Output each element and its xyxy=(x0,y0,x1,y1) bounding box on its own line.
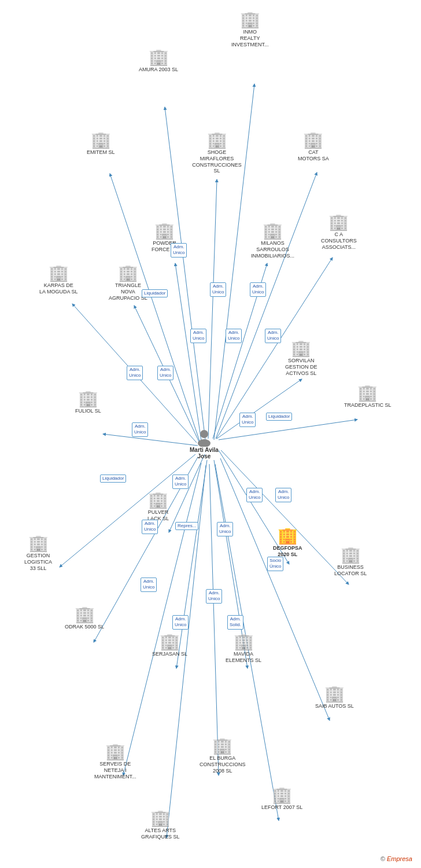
copyright: © Empresa xyxy=(381,855,412,862)
svg-point-26 xyxy=(198,439,211,447)
role-badge-adm5: Adm.Unico xyxy=(157,366,173,380)
node-label: C A CONSULTORS ASSOCIATS... xyxy=(321,231,357,250)
building-icon: 🏢 xyxy=(154,223,175,239)
node-business-locator[interactable]: 🏢 BUSINESS LOCATOR SL xyxy=(334,547,367,577)
building-icon: 🏢 xyxy=(341,547,361,563)
svg-line-22 xyxy=(209,464,219,775)
role-badge-adm14: Adm.Unico xyxy=(275,488,291,502)
role-badge-adm2: Adm.Unico xyxy=(210,282,226,297)
node-label: BUSINESS LOCATOR SL xyxy=(334,564,367,577)
building-icon: 🏢 xyxy=(291,340,311,356)
role-badge-adm12: Adm.Unico xyxy=(142,520,158,534)
node-sorvilan[interactable]: 🏢 SORVILAN GESTION DE ACTIVOS SL xyxy=(285,340,317,376)
node-label: CAT MOTORS SA xyxy=(298,149,329,162)
node-label: LEFORT 2007 SL xyxy=(261,804,302,811)
role-badge-liq1: Liquidador xyxy=(142,289,168,297)
building-icon: 🏢 xyxy=(303,132,323,148)
building-icon: 🏢 xyxy=(91,132,111,148)
node-lefort[interactable]: 🏢 LEFORT 2007 SL xyxy=(261,787,302,811)
node-gestion-logistica[interactable]: 🏢 GESTION LOGISTICA 33 SLL xyxy=(24,535,52,571)
center-person: Marti Avila Jose xyxy=(190,428,219,459)
svg-line-13 xyxy=(169,454,205,532)
role-badge-adm3: Adm.Unico xyxy=(250,282,266,297)
node-label: SERVEIS DE NETEJA I MANTENIMENT... xyxy=(94,761,136,779)
brand-name: Empresa xyxy=(387,855,412,862)
building-icon: 🏢 xyxy=(150,810,171,826)
role-badge-adm15: Adm.Unico xyxy=(217,522,233,536)
node-label: MILANOS SARROULOS INMOBILIARIOS... xyxy=(251,240,294,259)
role-badge-adm-solid: Adm.Solid. xyxy=(227,615,243,630)
role-badge-adm10: Adm.Unico xyxy=(132,422,148,437)
svg-line-2 xyxy=(110,174,200,441)
role-badge-adm16: Adm.Unico xyxy=(141,578,157,592)
svg-line-3 xyxy=(208,179,217,439)
building-icon: 🏢 xyxy=(28,535,49,551)
node-milanos[interactable]: 🏢 MILANOS SARROULOS INMOBILIARIOS... xyxy=(251,223,294,259)
node-label: EMITEM SL xyxy=(87,149,115,156)
node-inmo[interactable]: 🏢 INMO REALTY INVESTMENT... xyxy=(231,12,269,47)
node-odrak[interactable]: 🏢 ODRAK 5000 SL xyxy=(65,606,104,630)
person-icon xyxy=(195,428,213,447)
node-shoge[interactable]: 🏢 SHOGE MIRAFLORES CONSTRUCCIONES SL xyxy=(191,132,243,174)
node-label: EL BURGA CONSTRUCCIONS 2008 SL xyxy=(200,755,246,774)
node-label: ALTES ARTS GRAFIQUES SL xyxy=(141,827,180,840)
node-saib-autos[interactable]: 🏢 SAIB AUTOS SL xyxy=(315,686,354,709)
node-label: SORVILAN GESTION DE ACTIVOS SL xyxy=(285,358,317,376)
role-badge-adm11: Adm.Unico xyxy=(172,475,189,489)
role-badge-adm8: Adm.Unico xyxy=(265,329,281,343)
svg-line-16 xyxy=(221,450,349,584)
svg-line-14 xyxy=(60,454,195,567)
building-icon: 🏢 xyxy=(234,634,254,650)
node-serveis[interactable]: 🏢 SERVEIS DE NETEJA I MANTENIMENT... xyxy=(94,744,136,779)
node-serjasan[interactable]: 🏢 SERJASAN SL xyxy=(152,634,187,657)
building-icon: 🏢 xyxy=(240,12,260,28)
node-label: KARPAS DE LA MOGUDA SL xyxy=(39,282,78,295)
svg-line-4 xyxy=(216,172,317,439)
building-icon: 🏢 xyxy=(357,385,378,401)
role-badge-adm4: Adm.Unico xyxy=(127,366,143,380)
node-label: INMO REALTY INVESTMENT... xyxy=(231,29,269,47)
role-badge-adm17: Adm.Unico xyxy=(206,589,222,604)
node-amura[interactable]: 🏢 AMURA 2003 SL xyxy=(139,49,178,73)
node-label: ODRAK 5000 SL xyxy=(65,624,104,630)
node-label: MAVIDA ELEMENTS SL xyxy=(226,651,261,664)
building-icon: 🏢 xyxy=(148,492,168,508)
role-badge-liq3: Liquidador xyxy=(100,475,126,483)
node-tradeplastic[interactable]: 🏢 TRADEPLASTIC SL xyxy=(344,385,392,409)
svg-line-12 xyxy=(103,434,198,446)
role-badge-liq2: Liquidador xyxy=(266,413,292,421)
node-label: SAIB AUTOS SL xyxy=(315,703,354,709)
node-el-burga[interactable]: 🏢 EL BURGA CONSTRUCCIONS 2008 SL xyxy=(200,738,246,774)
node-label: AMURA 2003 SL xyxy=(139,67,178,73)
building-icon: 🏢 xyxy=(75,606,95,623)
building-icon-red: 🏢 xyxy=(278,528,298,544)
role-badge-adm9: Adm.Unico xyxy=(239,413,256,427)
building-icon: 🏢 xyxy=(272,787,292,803)
node-ca-consultors[interactable]: 🏢 C A CONSULTORS ASSOCIATS... xyxy=(321,214,357,250)
building-icon: 🏢 xyxy=(263,223,283,239)
node-catmotors[interactable]: 🏢 CAT MOTORS SA xyxy=(298,132,329,162)
svg-line-5 xyxy=(175,263,201,441)
building-icon: 🏢 xyxy=(324,686,345,702)
building-icon: 🏢 xyxy=(149,49,169,65)
node-mavida[interactable]: 🏢 MAVIDA ELEMENTS SL xyxy=(226,634,261,664)
node-altes-arts[interactable]: 🏢 ALTES ARTS GRAFIQUES SL xyxy=(141,810,180,840)
node-karpas[interactable]: 🏢 KARPAS DE LA MOGUDA SL xyxy=(39,265,78,295)
center-label: Marti Avila Jose xyxy=(190,447,219,459)
node-fuliol[interactable]: 🏢 FULIOL SL xyxy=(75,391,101,414)
role-badge-adm6: Adm.Unico xyxy=(190,329,206,343)
building-icon: 🏢 xyxy=(212,738,232,754)
building-icon: 🏢 xyxy=(105,744,125,760)
node-label: DEGFOPSA 2020 SL xyxy=(273,545,302,558)
building-icon: 🏢 xyxy=(49,265,69,281)
building-icon: 🏢 xyxy=(207,132,227,148)
node-label: SERJASAN SL xyxy=(152,651,187,657)
node-emitem[interactable]: 🏢 EMITEM SL xyxy=(87,132,115,156)
role-badge-adm13: Adm.Unico xyxy=(246,488,263,502)
svg-point-25 xyxy=(200,430,208,438)
svg-line-10 xyxy=(217,379,302,439)
node-degfopsa[interactable]: 🏢 DEGFOPSA 2020 SL xyxy=(273,528,302,558)
node-pulverlack[interactable]: 🏢 PULVER LACK SL xyxy=(147,492,169,522)
role-badge-adm18: Adm.Unico xyxy=(172,615,189,630)
role-badge-socio: SocioÚnico xyxy=(267,557,283,571)
